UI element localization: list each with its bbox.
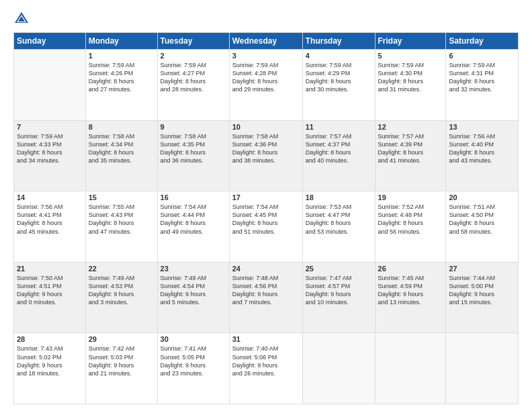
calendar-cell: 7Sunrise: 7:59 AM Sunset: 4:33 PM Daylig… — [14, 120, 86, 191]
weekday-header-wednesday: Wednesday — [229, 33, 302, 50]
calendar-cell — [302, 333, 375, 404]
day-number: 4 — [306, 52, 372, 60]
calendar-row-3: 21Sunrise: 7:50 AM Sunset: 4:51 PM Dayli… — [14, 262, 519, 333]
cell-content: Sunrise: 7:44 AM Sunset: 5:00 PM Dayligh… — [449, 274, 515, 307]
calendar-cell — [375, 333, 446, 404]
cell-content: Sunrise: 7:54 AM Sunset: 4:44 PM Dayligh… — [161, 203, 226, 236]
cell-content: Sunrise: 7:52 AM Sunset: 4:48 PM Dayligh… — [378, 203, 443, 236]
day-number: 28 — [17, 335, 83, 343]
day-number: 20 — [449, 193, 515, 201]
calendar-cell — [14, 50, 86, 121]
cell-content: Sunrise: 7:59 AM Sunset: 4:33 PM Dayligh… — [17, 132, 83, 165]
weekday-header-sunday: Sunday — [14, 33, 86, 50]
cell-content: Sunrise: 7:50 AM Sunset: 4:51 PM Dayligh… — [17, 274, 83, 307]
cell-content: Sunrise: 7:47 AM Sunset: 4:57 PM Dayligh… — [306, 274, 372, 307]
calendar-cell: 29Sunrise: 7:42 AM Sunset: 5:03 PM Dayli… — [85, 333, 157, 404]
day-number: 11 — [306, 123, 372, 131]
day-number: 13 — [449, 123, 515, 131]
weekday-header-tuesday: Tuesday — [157, 33, 229, 50]
day-number: 21 — [17, 265, 83, 273]
calendar-cell: 15Sunrise: 7:55 AM Sunset: 4:43 PM Dayli… — [85, 191, 157, 263]
cell-content: Sunrise: 7:41 AM Sunset: 5:05 PM Dayligh… — [161, 345, 226, 377]
cell-content: Sunrise: 7:49 AM Sunset: 4:54 PM Dayligh… — [161, 274, 226, 307]
calendar-cell: 12Sunrise: 7:57 AM Sunset: 4:39 PM Dayli… — [375, 120, 446, 191]
weekday-header-friday: Friday — [375, 33, 446, 50]
day-number: 15 — [89, 193, 154, 201]
cell-content: Sunrise: 7:53 AM Sunset: 4:47 PM Dayligh… — [306, 203, 372, 236]
day-number: 14 — [17, 193, 83, 201]
logo-icon — [13, 11, 30, 27]
logo — [13, 11, 31, 27]
cell-content: Sunrise: 7:56 AM Sunset: 4:41 PM Dayligh… — [17, 203, 83, 236]
cell-content: Sunrise: 7:58 AM Sunset: 4:35 PM Dayligh… — [161, 132, 226, 165]
day-number: 27 — [449, 265, 515, 273]
calendar-cell: 10Sunrise: 7:58 AM Sunset: 4:36 PM Dayli… — [229, 120, 302, 191]
calendar-cell: 31Sunrise: 7:40 AM Sunset: 5:06 PM Dayli… — [229, 333, 302, 404]
cell-content: Sunrise: 7:59 AM Sunset: 4:30 PM Dayligh… — [378, 61, 443, 94]
calendar-row-1: 7Sunrise: 7:59 AM Sunset: 4:33 PM Daylig… — [14, 120, 519, 191]
cell-content: Sunrise: 7:55 AM Sunset: 4:43 PM Dayligh… — [89, 203, 154, 236]
calendar-cell: 22Sunrise: 7:49 AM Sunset: 4:53 PM Dayli… — [85, 262, 157, 333]
day-number: 3 — [232, 52, 300, 60]
calendar-page: SundayMondayTuesdayWednesdayThursdayFrid… — [0, 0, 532, 411]
day-number: 26 — [378, 265, 443, 273]
calendar-cell: 9Sunrise: 7:58 AM Sunset: 4:35 PM Daylig… — [157, 120, 229, 191]
cell-content: Sunrise: 7:58 AM Sunset: 4:34 PM Dayligh… — [89, 132, 154, 165]
cell-content: Sunrise: 7:54 AM Sunset: 4:45 PM Dayligh… — [232, 203, 300, 236]
calendar-cell: 21Sunrise: 7:50 AM Sunset: 4:51 PM Dayli… — [14, 262, 86, 333]
calendar-cell: 23Sunrise: 7:49 AM Sunset: 4:54 PM Dayli… — [157, 262, 229, 333]
calendar-row-0: 1Sunrise: 7:59 AM Sunset: 4:26 PM Daylig… — [14, 50, 519, 121]
day-number: 10 — [232, 123, 300, 131]
day-number: 7 — [17, 123, 83, 131]
calendar-cell: 28Sunrise: 7:43 AM Sunset: 5:02 PM Dayli… — [14, 333, 86, 404]
cell-content: Sunrise: 7:59 AM Sunset: 4:28 PM Dayligh… — [232, 61, 300, 94]
calendar-cell: 30Sunrise: 7:41 AM Sunset: 5:05 PM Dayli… — [157, 333, 229, 404]
weekday-header-saturday: Saturday — [446, 33, 519, 50]
calendar-cell: 26Sunrise: 7:45 AM Sunset: 4:59 PM Dayli… — [375, 262, 446, 333]
calendar-cell: 2Sunrise: 7:59 AM Sunset: 4:27 PM Daylig… — [157, 50, 229, 121]
day-number: 2 — [161, 52, 226, 60]
calendar-cell: 27Sunrise: 7:44 AM Sunset: 5:00 PM Dayli… — [446, 262, 519, 333]
calendar-cell: 25Sunrise: 7:47 AM Sunset: 4:57 PM Dayli… — [302, 262, 375, 333]
calendar-cell: 6Sunrise: 7:59 AM Sunset: 4:31 PM Daylig… — [446, 50, 519, 121]
cell-content: Sunrise: 7:59 AM Sunset: 4:31 PM Dayligh… — [449, 61, 515, 94]
calendar-cell: 3Sunrise: 7:59 AM Sunset: 4:28 PM Daylig… — [229, 50, 302, 121]
calendar-table: SundayMondayTuesdayWednesdayThursdayFrid… — [13, 32, 519, 404]
cell-content: Sunrise: 7:59 AM Sunset: 4:26 PM Dayligh… — [89, 61, 154, 94]
cell-content: Sunrise: 7:57 AM Sunset: 4:37 PM Dayligh… — [306, 132, 372, 165]
header — [13, 11, 519, 27]
calendar-cell: 14Sunrise: 7:56 AM Sunset: 4:41 PM Dayli… — [14, 191, 86, 263]
calendar-cell: 20Sunrise: 7:51 AM Sunset: 4:50 PM Dayli… — [446, 191, 519, 263]
day-number: 22 — [89, 265, 154, 273]
calendar-cell: 11Sunrise: 7:57 AM Sunset: 4:37 PM Dayli… — [302, 120, 375, 191]
calendar-cell: 13Sunrise: 7:56 AM Sunset: 4:40 PM Dayli… — [446, 120, 519, 191]
cell-content: Sunrise: 7:57 AM Sunset: 4:39 PM Dayligh… — [378, 132, 443, 165]
day-number: 5 — [378, 52, 443, 60]
day-number: 23 — [161, 265, 226, 273]
day-number: 1 — [89, 52, 154, 60]
calendar-cell: 4Sunrise: 7:59 AM Sunset: 4:29 PM Daylig… — [302, 50, 375, 121]
cell-content: Sunrise: 7:42 AM Sunset: 5:03 PM Dayligh… — [89, 345, 154, 377]
day-number: 8 — [89, 123, 154, 131]
calendar-cell: 17Sunrise: 7:54 AM Sunset: 4:45 PM Dayli… — [229, 191, 302, 263]
calendar-cell: 19Sunrise: 7:52 AM Sunset: 4:48 PM Dayli… — [375, 191, 446, 263]
day-number: 24 — [232, 265, 300, 273]
calendar-cell: 8Sunrise: 7:58 AM Sunset: 4:34 PM Daylig… — [85, 120, 157, 191]
calendar-cell: 18Sunrise: 7:53 AM Sunset: 4:47 PM Dayli… — [302, 191, 375, 263]
calendar-cell: 24Sunrise: 7:48 AM Sunset: 4:56 PM Dayli… — [229, 262, 302, 333]
day-number: 31 — [232, 335, 300, 343]
day-number: 12 — [378, 123, 443, 131]
cell-content: Sunrise: 7:51 AM Sunset: 4:50 PM Dayligh… — [449, 203, 515, 236]
cell-content: Sunrise: 7:58 AM Sunset: 4:36 PM Dayligh… — [232, 132, 300, 165]
weekday-header-monday: Monday — [85, 33, 157, 50]
calendar-row-2: 14Sunrise: 7:56 AM Sunset: 4:41 PM Dayli… — [14, 191, 519, 263]
cell-content: Sunrise: 7:59 AM Sunset: 4:29 PM Dayligh… — [306, 61, 372, 94]
calendar-cell: 5Sunrise: 7:59 AM Sunset: 4:30 PM Daylig… — [375, 50, 446, 121]
day-number: 18 — [306, 193, 372, 201]
day-number: 19 — [378, 193, 443, 201]
day-number: 6 — [449, 52, 515, 60]
cell-content: Sunrise: 7:59 AM Sunset: 4:27 PM Dayligh… — [161, 61, 226, 94]
cell-content: Sunrise: 7:43 AM Sunset: 5:02 PM Dayligh… — [17, 345, 83, 377]
day-number: 16 — [161, 193, 226, 201]
day-number: 29 — [89, 335, 154, 343]
